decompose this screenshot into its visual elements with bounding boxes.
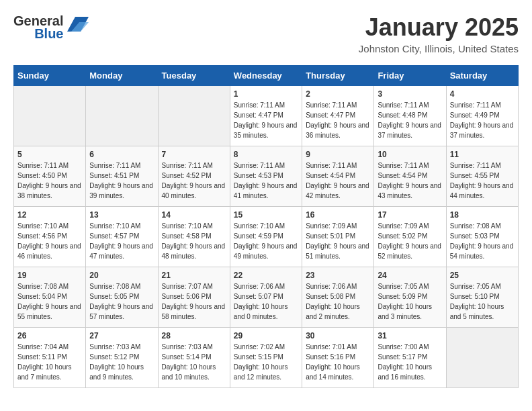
day-info: Sunrise: 7:04 AM Sunset: 5:11 PM Dayligh… xyxy=(17,342,82,382)
calendar-cell xyxy=(86,86,158,146)
day-header-thursday: Thursday xyxy=(302,66,374,86)
day-info: Sunrise: 7:10 AM Sunset: 4:58 PM Dayligh… xyxy=(162,221,226,261)
week-row-4: 19Sunrise: 7:08 AM Sunset: 5:04 PM Dayli… xyxy=(14,267,519,328)
day-info: Sunrise: 7:11 AM Sunset: 4:54 PM Dayligh… xyxy=(306,161,370,201)
day-number: 18 xyxy=(450,210,515,220)
day-info: Sunrise: 7:11 AM Sunset: 4:48 PM Dayligh… xyxy=(378,100,442,140)
day-number: 13 xyxy=(89,210,154,220)
day-number: 1 xyxy=(234,89,298,99)
calendar-cell: 6Sunrise: 7:11 AM Sunset: 4:51 PM Daylig… xyxy=(86,146,158,207)
day-number: 3 xyxy=(378,89,442,99)
day-info: Sunrise: 7:02 AM Sunset: 5:15 PM Dayligh… xyxy=(234,342,298,382)
day-info: Sunrise: 7:10 AM Sunset: 4:59 PM Dayligh… xyxy=(234,221,298,261)
calendar-cell: 16Sunrise: 7:09 AM Sunset: 5:01 PM Dayli… xyxy=(302,207,374,267)
day-number: 20 xyxy=(89,271,154,280)
calendar-cell: 8Sunrise: 7:11 AM Sunset: 4:53 PM Daylig… xyxy=(230,146,302,207)
day-info: Sunrise: 7:11 AM Sunset: 4:51 PM Dayligh… xyxy=(89,161,154,201)
day-info: Sunrise: 7:11 AM Sunset: 4:47 PM Dayligh… xyxy=(234,100,298,140)
calendar-cell: 22Sunrise: 7:06 AM Sunset: 5:07 PM Dayli… xyxy=(230,267,302,328)
day-number: 16 xyxy=(306,210,370,220)
day-header-wednesday: Wednesday xyxy=(230,66,302,86)
month-title: January 2025 xyxy=(359,13,519,42)
calendar-cell: 12Sunrise: 7:10 AM Sunset: 4:56 PM Dayli… xyxy=(14,207,86,267)
day-info: Sunrise: 7:10 AM Sunset: 4:57 PM Dayligh… xyxy=(89,221,154,261)
day-info: Sunrise: 7:08 AM Sunset: 5:03 PM Dayligh… xyxy=(450,221,515,261)
calendar-cell: 5Sunrise: 7:11 AM Sunset: 4:50 PM Daylig… xyxy=(14,146,86,207)
logo: General Blue xyxy=(13,13,89,42)
calendar-cell: 10Sunrise: 7:11 AM Sunset: 4:54 PM Dayli… xyxy=(374,146,446,207)
calendar-cell: 21Sunrise: 7:07 AM Sunset: 5:06 PM Dayli… xyxy=(158,267,230,328)
day-info: Sunrise: 7:11 AM Sunset: 4:55 PM Dayligh… xyxy=(450,161,515,201)
calendar-cell: 19Sunrise: 7:08 AM Sunset: 5:04 PM Dayli… xyxy=(14,267,86,328)
day-number: 31 xyxy=(378,331,442,340)
day-info: Sunrise: 7:09 AM Sunset: 5:02 PM Dayligh… xyxy=(378,221,442,261)
calendar-cell xyxy=(14,86,86,146)
week-row-3: 12Sunrise: 7:10 AM Sunset: 4:56 PM Dayli… xyxy=(14,207,519,267)
day-number: 28 xyxy=(162,331,226,340)
calendar-cell: 14Sunrise: 7:10 AM Sunset: 4:58 PM Dayli… xyxy=(158,207,230,267)
week-row-2: 5Sunrise: 7:11 AM Sunset: 4:50 PM Daylig… xyxy=(14,146,519,207)
header-row: SundayMondayTuesdayWednesdayThursdayFrid… xyxy=(14,66,519,86)
day-number: 15 xyxy=(234,210,298,220)
day-info: Sunrise: 7:11 AM Sunset: 4:52 PM Dayligh… xyxy=(162,161,226,201)
day-number: 14 xyxy=(162,210,226,220)
day-number: 5 xyxy=(17,150,82,159)
day-number: 25 xyxy=(450,271,515,280)
calendar-cell: 9Sunrise: 7:11 AM Sunset: 4:54 PM Daylig… xyxy=(302,146,374,207)
calendar-table: SundayMondayTuesdayWednesdayThursdayFrid… xyxy=(13,65,519,388)
day-number: 17 xyxy=(378,210,442,220)
day-info: Sunrise: 7:00 AM Sunset: 5:17 PM Dayligh… xyxy=(378,342,442,382)
day-info: Sunrise: 7:11 AM Sunset: 4:49 PM Dayligh… xyxy=(450,100,515,140)
calendar-cell: 24Sunrise: 7:05 AM Sunset: 5:09 PM Dayli… xyxy=(374,267,446,328)
day-info: Sunrise: 7:03 AM Sunset: 5:12 PM Dayligh… xyxy=(89,342,154,382)
calendar-cell xyxy=(158,86,230,146)
day-number: 4 xyxy=(450,89,515,99)
day-info: Sunrise: 7:08 AM Sunset: 5:05 PM Dayligh… xyxy=(89,281,154,322)
day-info: Sunrise: 7:08 AM Sunset: 5:04 PM Dayligh… xyxy=(17,281,82,322)
day-info: Sunrise: 7:09 AM Sunset: 5:01 PM Dayligh… xyxy=(306,221,370,261)
calendar-cell: 2Sunrise: 7:11 AM Sunset: 4:47 PM Daylig… xyxy=(302,86,374,146)
day-number: 27 xyxy=(89,331,154,340)
day-info: Sunrise: 7:06 AM Sunset: 5:07 PM Dayligh… xyxy=(234,281,298,322)
day-number: 22 xyxy=(234,271,298,280)
location-subtitle: Johnston City, Illinois, United States xyxy=(359,43,519,54)
day-info: Sunrise: 7:11 AM Sunset: 4:53 PM Dayligh… xyxy=(234,161,298,201)
calendar-cell: 4Sunrise: 7:11 AM Sunset: 4:49 PM Daylig… xyxy=(446,86,518,146)
day-number: 24 xyxy=(378,271,442,280)
day-number: 11 xyxy=(450,150,515,159)
day-info: Sunrise: 7:07 AM Sunset: 5:06 PM Dayligh… xyxy=(162,281,226,322)
day-info: Sunrise: 7:11 AM Sunset: 4:47 PM Dayligh… xyxy=(306,100,370,140)
calendar-cell: 3Sunrise: 7:11 AM Sunset: 4:48 PM Daylig… xyxy=(374,86,446,146)
calendar-cell: 29Sunrise: 7:02 AM Sunset: 5:15 PM Dayli… xyxy=(230,328,302,388)
day-number: 6 xyxy=(89,150,154,159)
day-number: 12 xyxy=(17,210,82,220)
week-row-5: 26Sunrise: 7:04 AM Sunset: 5:11 PM Dayli… xyxy=(14,328,519,388)
day-number: 10 xyxy=(378,150,442,159)
calendar-cell xyxy=(446,328,518,388)
page-header: General Blue January 2025 Johnston City,… xyxy=(13,13,519,54)
calendar-cell: 13Sunrise: 7:10 AM Sunset: 4:57 PM Dayli… xyxy=(86,207,158,267)
day-number: 19 xyxy=(17,271,82,280)
day-info: Sunrise: 7:01 AM Sunset: 5:16 PM Dayligh… xyxy=(306,342,370,382)
logo-icon xyxy=(67,17,89,34)
calendar-cell: 18Sunrise: 7:08 AM Sunset: 5:03 PM Dayli… xyxy=(446,207,518,267)
day-header-saturday: Saturday xyxy=(446,66,518,86)
day-info: Sunrise: 7:05 AM Sunset: 5:09 PM Dayligh… xyxy=(378,281,442,322)
day-info: Sunrise: 7:05 AM Sunset: 5:10 PM Dayligh… xyxy=(450,281,515,322)
calendar-cell: 15Sunrise: 7:10 AM Sunset: 4:59 PM Dayli… xyxy=(230,207,302,267)
calendar-cell: 7Sunrise: 7:11 AM Sunset: 4:52 PM Daylig… xyxy=(158,146,230,207)
day-header-tuesday: Tuesday xyxy=(158,66,230,86)
day-number: 29 xyxy=(234,331,298,340)
day-number: 26 xyxy=(17,331,82,340)
logo-blue: Blue xyxy=(34,26,63,42)
day-header-friday: Friday xyxy=(374,66,446,86)
calendar-cell: 25Sunrise: 7:05 AM Sunset: 5:10 PM Dayli… xyxy=(446,267,518,328)
day-number: 23 xyxy=(306,271,370,280)
day-number: 2 xyxy=(306,89,370,99)
week-row-1: 1Sunrise: 7:11 AM Sunset: 4:47 PM Daylig… xyxy=(14,86,519,146)
day-number: 9 xyxy=(306,150,370,159)
day-info: Sunrise: 7:03 AM Sunset: 5:14 PM Dayligh… xyxy=(162,342,226,382)
calendar-cell: 1Sunrise: 7:11 AM Sunset: 4:47 PM Daylig… xyxy=(230,86,302,146)
day-number: 8 xyxy=(234,150,298,159)
day-info: Sunrise: 7:10 AM Sunset: 4:56 PM Dayligh… xyxy=(17,221,82,261)
